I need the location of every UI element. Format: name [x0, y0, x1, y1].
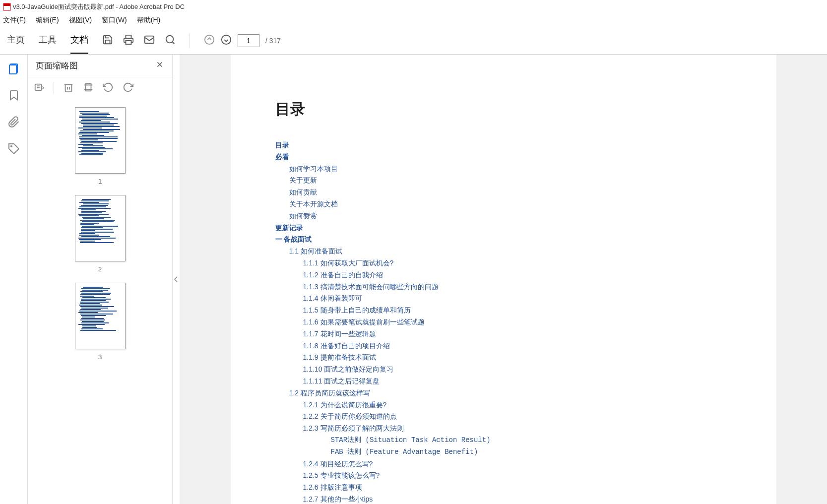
window-title: v3.0-JavaGuide面试突击版最新.pdf - Adobe Acroba…	[13, 2, 185, 11]
toc-link[interactable]: 1.2.1 为什么说简历很重要?	[303, 399, 732, 411]
svg-line-5	[172, 42, 174, 44]
rotate-right-icon[interactable]	[123, 82, 133, 95]
toc-link[interactable]: 1.1.3 搞清楚技术面可能会问哪些方向的问题	[303, 281, 732, 293]
toc-link[interactable]: 1.1 如何准备面试	[289, 246, 732, 257]
menu-view[interactable]: 视图(V)	[69, 16, 92, 25]
delete-icon[interactable]	[63, 82, 74, 95]
search-icon[interactable]	[165, 34, 176, 47]
toc-link[interactable]: 关于本开源文档	[289, 198, 732, 210]
toc-link[interactable]: 1.1.6 如果需要笔试就提前刷一些笔试题	[303, 316, 732, 328]
toc-link[interactable]: 1.1.5 随身带上自己的成绩单和简历	[303, 305, 732, 316]
toc-link[interactable]: 1.1.1 如何获取大厂面试机会?	[303, 257, 732, 269]
thumbnail-item[interactable]: 1	[28, 107, 172, 185]
toc-link[interactable]: 更新记录	[275, 222, 732, 234]
options-icon[interactable]	[34, 82, 45, 95]
tab-document[interactable]: 文档	[70, 27, 88, 54]
toc-link[interactable]: 1.1.7 花时间一些逻辑题	[303, 328, 732, 340]
toc-link[interactable]: 1.1.8 准备好自己的项目介绍	[303, 340, 732, 352]
thumbnail-page[interactable]	[75, 283, 126, 349]
table-of-contents: 目录必看如何学习本项目关于更新如何贡献关于本开源文档如何赞赏更新记录一 备战面试…	[275, 139, 732, 504]
tab-tools[interactable]: 工具	[39, 27, 57, 54]
thumbnail-label: 3	[98, 353, 102, 361]
page-number-input[interactable]	[238, 34, 259, 47]
save-icon[interactable]	[102, 34, 113, 47]
toc-link[interactable]: 1.1.9 提前准备技术面试	[303, 352, 732, 364]
document-area[interactable]: 目录 目录必看如何学习本项目关于更新如何贡献关于本开源文档如何赞赏更新记录一 备…	[180, 55, 827, 504]
thumbnail-item[interactable]: 2	[28, 195, 172, 273]
page-nav: / 317	[204, 34, 281, 47]
attachment-icon[interactable]	[8, 116, 20, 130]
pdf-icon	[3, 3, 11, 11]
thumbnail-page[interactable]	[75, 107, 126, 174]
toc-link[interactable]: 关于更新	[289, 175, 732, 187]
thumb-divider	[54, 82, 54, 94]
toc-link[interactable]: STAR法则 (Situation Task Action Result)	[331, 435, 732, 446]
bookmark-icon[interactable]	[8, 89, 20, 103]
toolbar: 主页 工具 文档 / 317	[0, 27, 827, 55]
page-view: 目录 目录必看如何学习本项目关于更新如何贡献关于本开源文档如何赞赏更新记录一 备…	[231, 55, 776, 504]
page-down-icon[interactable]	[221, 34, 232, 47]
toc-link[interactable]: 如何贡献	[289, 187, 732, 198]
svg-rect-3	[145, 36, 154, 43]
collapse-handle[interactable]	[173, 55, 180, 504]
svg-point-10	[11, 146, 12, 147]
toc-link[interactable]: 1.2.3 写简历必须了解的两大法则	[303, 423, 732, 435]
page-total: / 317	[265, 37, 281, 45]
thumbnail-tools	[28, 77, 172, 99]
thumbnails-icon[interactable]	[8, 63, 20, 76]
thumbnail-list[interactable]: 123	[28, 99, 172, 504]
svg-point-7	[222, 35, 231, 44]
svg-point-4	[166, 35, 174, 43]
toc-link[interactable]: 必看	[275, 151, 732, 163]
page-heading: 目录	[275, 99, 732, 120]
thumbnail-header: 页面缩略图	[28, 55, 172, 77]
svg-rect-2	[126, 40, 131, 44]
toc-link[interactable]: 1.2.6 排版注意事项	[303, 482, 732, 494]
crop-icon[interactable]	[83, 82, 94, 95]
menu-edit[interactable]: 编辑(E)	[36, 16, 59, 25]
thumbnail-page[interactable]	[75, 195, 126, 261]
tag-icon[interactable]	[8, 143, 20, 157]
menu-help[interactable]: 帮助(H)	[137, 16, 160, 25]
main: 页面缩略图 123 目录 目录必看如何学习本项目关于更新如何贡献关于本开源文档如…	[0, 55, 827, 504]
toc-link[interactable]: FAB 法则 (Feature Advantage Benefit)	[331, 446, 732, 458]
thumbnail-label: 1	[98, 178, 102, 185]
toc-link[interactable]: 1.2 程序员简历就该这样写	[289, 387, 732, 399]
tab-group: 主页 工具 文档	[7, 27, 88, 54]
close-icon[interactable]	[155, 60, 164, 71]
toc-link[interactable]: 一 备战面试	[275, 234, 732, 246]
menu-window[interactable]: 窗口(W)	[102, 16, 127, 25]
toc-link[interactable]: 1.1.4 休闲着装即可	[303, 293, 732, 305]
page-up-icon[interactable]	[204, 34, 215, 47]
toc-link[interactable]: 1.2.4 项目经历怎么写?	[303, 458, 732, 470]
toc-link[interactable]: 1.1.2 准备自己的自我介绍	[303, 269, 732, 281]
rotate-left-icon[interactable]	[103, 82, 114, 95]
thumbnail-label: 2	[98, 265, 102, 273]
toc-link[interactable]: 1.2.7 其他的一些小tips	[303, 494, 732, 504]
svg-rect-1	[3, 3, 10, 6]
thumbnail-title: 页面缩略图	[36, 60, 78, 71]
mail-icon[interactable]	[144, 34, 155, 47]
title-bar: v3.0-JavaGuide面试突击版最新.pdf - Adobe Acroba…	[0, 0, 827, 14]
svg-rect-9	[9, 65, 16, 74]
toc-link[interactable]: 1.2.2 关于简历你必须知道的点	[303, 411, 732, 423]
toc-link[interactable]: 1.1.11 面试之后记得复盘	[303, 376, 732, 387]
toolbar-icons	[102, 34, 176, 47]
toc-link[interactable]: 如何赞赏	[289, 210, 732, 222]
thumbnail-item[interactable]: 3	[28, 283, 172, 361]
print-icon[interactable]	[123, 34, 134, 47]
thumbnail-panel: 页面缩略图 123	[28, 55, 173, 504]
menu-file[interactable]: 文件(F)	[3, 16, 26, 25]
toc-link[interactable]: 如何学习本项目	[289, 163, 732, 175]
toolbar-divider	[190, 33, 190, 48]
toc-link[interactable]: 1.2.5 专业技能该怎么写?	[303, 470, 732, 482]
side-rail	[0, 55, 28, 504]
svg-point-6	[205, 35, 214, 44]
toc-link[interactable]: 1.1.10 面试之前做好定向复习	[303, 364, 732, 376]
tab-home[interactable]: 主页	[7, 27, 25, 54]
menu-bar: 文件(F) 编辑(E) 视图(V) 窗口(W) 帮助(H)	[0, 14, 827, 27]
toc-link[interactable]: 目录	[275, 139, 732, 151]
